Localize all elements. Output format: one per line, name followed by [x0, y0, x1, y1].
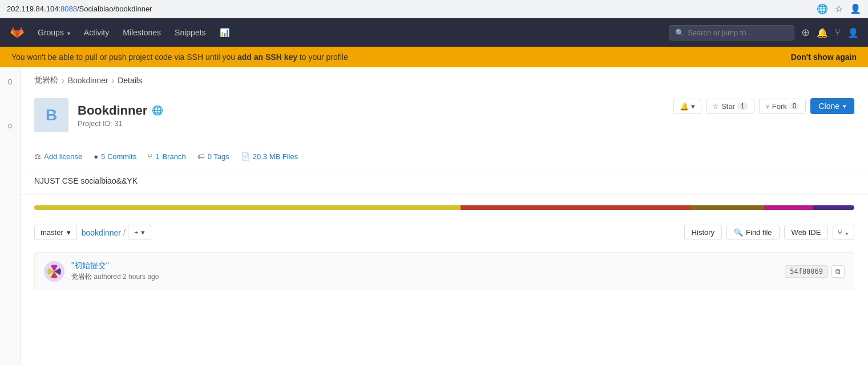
stat-tags[interactable]: 🏷 0 Tags: [197, 152, 229, 161]
path-root[interactable]: bookdinner: [82, 228, 121, 237]
tags-label: 0 Tags: [208, 152, 229, 161]
stats-row: ⚖ Add license ● 5 Commits ⑂ 1 Branch 🏷 0…: [21, 144, 868, 169]
branch-label: master: [41, 228, 63, 237]
star-count: 1: [737, 102, 748, 110]
star-label: Star: [721, 102, 735, 111]
chart-icon: 📊: [220, 28, 229, 37]
page-layout: 0 0 觉岩松 › Bookdinner › Details B Bookdin…: [0, 67, 868, 365]
commit-meta: 觉岩松 authored 2 hours ago: [71, 272, 778, 282]
path-breadcrumb: bookdinner / + ▾: [82, 225, 680, 240]
notification-btn[interactable]: 🔔 ▾: [673, 99, 701, 114]
commit-avatar-svg: [44, 261, 64, 282]
nav-groups[interactable]: Groups ▾: [32, 25, 76, 40]
language-bar: [34, 205, 854, 210]
lang-segment-4: [764, 205, 813, 210]
translate-icon[interactable]: 🌐: [817, 3, 828, 14]
project-name-text[interactable]: Bookdinner: [78, 103, 147, 118]
url-path: /Socialbiao/bookdinner: [77, 5, 152, 13]
breadcrumb-sep2: ›: [112, 76, 115, 85]
main-content: 觉岩松 › Bookdinner › Details B Bookdinner …: [21, 67, 868, 365]
plus-btn[interactable]: ⊕: [801, 26, 810, 39]
find-label: Find file: [746, 228, 772, 237]
fork-label: Fork: [772, 102, 787, 111]
stat-branches[interactable]: ⑂ 1 Branch: [148, 152, 185, 161]
user-icon[interactable]: 👤: [847, 27, 859, 38]
browser-bar: 202.119.84.104:8088/Socialbiao/bookdinne…: [0, 0, 868, 18]
activity-label: Activity: [84, 28, 109, 37]
commit-time: 2 hours ago: [123, 273, 159, 281]
star-icon[interactable]: ☆: [835, 3, 843, 14]
file-browser-header: master ▾ bookdinner / + ▾ History 🔍 Find…: [21, 220, 868, 245]
snippets-label: Snippets: [175, 28, 205, 37]
stat-commits[interactable]: ● 5 Commits: [94, 152, 136, 161]
notification-chevron: ▾: [691, 102, 695, 111]
commit-message[interactable]: "初始提交": [71, 261, 778, 271]
nav-activity[interactable]: Activity: [78, 25, 115, 40]
add-chevron: ▾: [141, 228, 145, 237]
search-icon: 🔍: [675, 29, 684, 37]
authored-label: authored: [94, 273, 123, 281]
sidebar-badge-top[interactable]: 0: [2, 73, 19, 90]
nav-chart[interactable]: 📊: [214, 25, 235, 40]
stat-license[interactable]: ⚖ Add license: [34, 152, 82, 161]
visibility-icon: 🌐: [152, 105, 163, 116]
add-ssh-key-link[interactable]: add an SSH key: [237, 52, 297, 62]
sidebar-badge-bottom[interactable]: 0: [2, 117, 19, 135]
gitlab-logo[interactable]: [9, 25, 25, 40]
merge-icon[interactable]: ⑂: [835, 27, 841, 38]
browser-url: 202.119.84.104:8088/Socialbiao/bookdinne…: [7, 5, 812, 13]
clone-btn[interactable]: Clone ▾: [810, 98, 854, 114]
more-btn[interactable]: ⑂ ▾: [833, 225, 854, 240]
search-box[interactable]: 🔍 Search or jump to...: [669, 25, 794, 40]
groups-chevron: ▾: [67, 30, 70, 36]
language-bar-section: [21, 195, 868, 220]
lang-segment-5: [813, 205, 854, 210]
web-ide-btn[interactable]: Web IDE: [784, 225, 829, 240]
star-icon: ☆: [712, 102, 719, 111]
search-placeholder: Search or jump to...: [688, 29, 752, 37]
lang-segment-3: [691, 205, 764, 210]
project-name: Bookdinner 🌐: [78, 103, 163, 118]
ssh-banner: You won't be able to pull or push projec…: [0, 47, 868, 67]
files-icon: 📄: [241, 152, 250, 161]
bell-icon[interactable]: 🔔: [817, 27, 828, 38]
commit-author[interactable]: 觉岩松: [71, 273, 92, 281]
lang-segment-1: [34, 205, 461, 210]
commit-avatar: [44, 261, 64, 282]
breadcrumb-owner[interactable]: 觉岩松: [34, 75, 58, 86]
branches-label: Branch: [162, 152, 185, 161]
copy-hash-btn[interactable]: ⧉: [831, 265, 845, 278]
add-file-btn[interactable]: + ▾: [128, 225, 151, 240]
banner-text: You won't be able to pull or push projec…: [11, 52, 348, 62]
browser-icons: 🌐 ☆ 👤: [817, 3, 861, 14]
stat-files[interactable]: 📄 20.3 MB Files: [241, 152, 298, 161]
breadcrumb: 觉岩松 › Bookdinner › Details: [21, 67, 868, 91]
lang-segment-2: [461, 205, 690, 210]
find-file-btn[interactable]: 🔍 Find file: [726, 225, 780, 240]
nav-left: Groups ▾ Activity Milestones Snippets 📊: [9, 25, 235, 40]
branch-selector[interactable]: master ▾: [34, 225, 77, 240]
commit-hash[interactable]: 54f80869: [785, 265, 828, 278]
license-icon: ⚖: [34, 152, 41, 161]
dismiss-btn[interactable]: Don't show again: [791, 52, 857, 62]
add-icon: +: [134, 228, 139, 237]
banner-text-after: to your profile: [297, 52, 348, 62]
nav-snippets[interactable]: Snippets: [169, 25, 211, 40]
notification-icon: 🔔: [680, 102, 689, 111]
project-header: B Bookdinner 🌐 Project ID: 31 🔔 ▾ ☆: [21, 91, 868, 144]
breadcrumb-project[interactable]: Bookdinner: [68, 76, 108, 85]
banner-text-before: You won't be able to pull or push projec…: [11, 52, 237, 62]
file-browser-actions: History 🔍 Find file Web IDE ⑂ ▾: [684, 225, 854, 240]
avatar-letter: B: [46, 106, 57, 124]
profile-icon[interactable]: 👤: [850, 3, 861, 14]
history-btn[interactable]: History: [684, 225, 722, 240]
project-id: Project ID: 31: [78, 119, 163, 128]
nav-milestones[interactable]: Milestones: [117, 25, 167, 40]
breadcrumb-sep1: ›: [62, 76, 64, 85]
project-description: NJUST CSE socialbiao&&YK: [21, 169, 868, 195]
star-btn[interactable]: ☆ Star 1: [706, 99, 754, 114]
clone-chevron: ▾: [843, 103, 846, 110]
fork-btn[interactable]: ⑂ Fork 0: [759, 99, 806, 114]
path-sep: /: [123, 228, 126, 237]
fork-count: 0: [789, 102, 800, 110]
